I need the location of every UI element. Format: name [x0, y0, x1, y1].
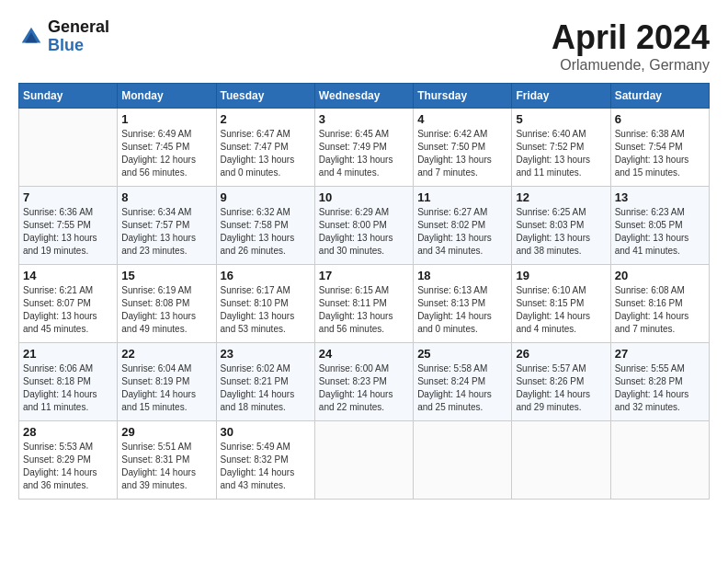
weekday-header-sunday: Sunday [19, 84, 118, 109]
day-info: Sunrise: 6:13 AMSunset: 8:13 PMDaylight:… [417, 284, 507, 336]
weekday-header-thursday: Thursday [414, 84, 512, 109]
day-number: 3 [319, 112, 409, 126]
title-block: April 2024 Orlamuende, Germany [552, 18, 710, 74]
day-number: 24 [319, 347, 409, 361]
day-info: Sunrise: 6:04 AMSunset: 8:19 PMDaylight:… [121, 362, 211, 414]
day-info: Sunrise: 6:06 AMSunset: 8:18 PMDaylight:… [23, 362, 113, 414]
calendar-cell: 19Sunrise: 6:10 AMSunset: 8:15 PMDayligh… [512, 265, 610, 343]
day-info: Sunrise: 6:47 AMSunset: 7:47 PMDaylight:… [221, 128, 311, 179]
calendar-cell: 7Sunrise: 6:36 AMSunset: 7:55 PMDaylight… [19, 187, 118, 265]
calendar-cell [314, 421, 413, 500]
calendar-cell: 16Sunrise: 6:17 AMSunset: 8:10 PMDayligh… [216, 265, 314, 343]
logo: General Blue [18, 18, 109, 55]
day-number: 14 [23, 269, 113, 282]
calendar-cell: 4Sunrise: 6:42 AMSunset: 7:50 PMDaylight… [414, 109, 512, 187]
calendar-cell: 10Sunrise: 6:29 AMSunset: 8:00 PMDayligh… [314, 187, 413, 265]
day-info: Sunrise: 6:27 AMSunset: 8:02 PMDaylight:… [417, 206, 507, 258]
calendar-week-2: 7Sunrise: 6:36 AMSunset: 7:55 PMDaylight… [19, 187, 710, 265]
calendar-cell [19, 109, 118, 187]
calendar-week-3: 14Sunrise: 6:21 AMSunset: 8:07 PMDayligh… [19, 265, 710, 343]
calendar-cell [414, 421, 512, 500]
day-info: Sunrise: 6:36 AMSunset: 7:55 PMDaylight:… [23, 206, 113, 258]
calendar-cell: 15Sunrise: 6:19 AMSunset: 8:08 PMDayligh… [118, 265, 216, 343]
calendar-cell: 2Sunrise: 6:47 AMSunset: 7:47 PMDaylight… [216, 109, 314, 187]
day-number: 17 [319, 269, 409, 282]
day-info: Sunrise: 6:19 AMSunset: 8:08 PMDaylight:… [121, 284, 211, 336]
calendar-cell [512, 421, 610, 500]
logo-line2: Blue [48, 37, 109, 55]
day-number: 9 [221, 190, 311, 204]
day-number: 10 [319, 190, 409, 204]
day-info: Sunrise: 6:21 AMSunset: 8:07 PMDaylight:… [23, 284, 113, 336]
calendar-cell: 11Sunrise: 6:27 AMSunset: 8:02 PMDayligh… [414, 187, 512, 265]
day-number: 4 [417, 112, 507, 126]
calendar-cell: 30Sunrise: 5:49 AMSunset: 8:32 PMDayligh… [216, 421, 314, 500]
calendar-cell: 5Sunrise: 6:40 AMSunset: 7:52 PMDaylight… [512, 109, 610, 187]
day-number: 2 [221, 112, 311, 126]
day-number: 16 [221, 269, 311, 282]
day-number: 23 [221, 347, 311, 361]
calendar-cell: 27Sunrise: 5:55 AMSunset: 8:28 PMDayligh… [610, 343, 709, 421]
day-info: Sunrise: 6:25 AMSunset: 8:03 PMDaylight:… [516, 206, 606, 258]
day-info: Sunrise: 6:10 AMSunset: 8:15 PMDaylight:… [516, 284, 606, 336]
calendar-cell: 29Sunrise: 5:51 AMSunset: 8:31 PMDayligh… [118, 421, 216, 500]
day-number: 15 [121, 269, 211, 282]
day-info: Sunrise: 6:34 AMSunset: 7:57 PMDaylight:… [121, 206, 211, 258]
calendar-cell: 12Sunrise: 6:25 AMSunset: 8:03 PMDayligh… [512, 187, 610, 265]
calendar-cell: 3Sunrise: 6:45 AMSunset: 7:49 PMDaylight… [314, 109, 413, 187]
day-number: 28 [23, 425, 113, 439]
day-info: Sunrise: 6:08 AMSunset: 8:16 PMDaylight:… [615, 284, 705, 336]
logo-icon [18, 24, 44, 50]
day-number: 22 [121, 347, 211, 361]
weekday-header-saturday: Saturday [610, 84, 709, 109]
calendar-cell: 23Sunrise: 6:02 AMSunset: 8:21 PMDayligh… [216, 343, 314, 421]
weekday-header-row: SundayMondayTuesdayWednesdayThursdayFrid… [19, 84, 710, 109]
day-info: Sunrise: 6:40 AMSunset: 7:52 PMDaylight:… [516, 128, 606, 179]
day-info: Sunrise: 5:55 AMSunset: 8:28 PMDaylight:… [615, 362, 705, 414]
calendar-week-4: 21Sunrise: 6:06 AMSunset: 8:18 PMDayligh… [19, 343, 710, 421]
calendar-cell: 13Sunrise: 6:23 AMSunset: 8:05 PMDayligh… [610, 187, 709, 265]
day-number: 20 [615, 269, 705, 282]
day-info: Sunrise: 6:32 AMSunset: 7:58 PMDaylight:… [221, 206, 311, 258]
calendar-cell: 6Sunrise: 6:38 AMSunset: 7:54 PMDaylight… [610, 109, 709, 187]
day-number: 12 [516, 190, 606, 204]
day-info: Sunrise: 5:53 AMSunset: 8:29 PMDaylight:… [23, 441, 113, 492]
day-number: 1 [121, 112, 211, 126]
calendar-cell: 22Sunrise: 6:04 AMSunset: 8:19 PMDayligh… [118, 343, 216, 421]
day-info: Sunrise: 6:45 AMSunset: 7:49 PMDaylight:… [319, 128, 409, 179]
calendar-cell: 20Sunrise: 6:08 AMSunset: 8:16 PMDayligh… [610, 265, 709, 343]
calendar-cell: 1Sunrise: 6:49 AMSunset: 7:45 PMDaylight… [118, 109, 216, 187]
day-number: 13 [615, 190, 705, 204]
day-info: Sunrise: 6:29 AMSunset: 8:00 PMDaylight:… [319, 206, 409, 258]
logo-line1: General [48, 18, 109, 37]
calendar-cell: 26Sunrise: 5:57 AMSunset: 8:26 PMDayligh… [512, 343, 610, 421]
weekday-header-wednesday: Wednesday [314, 84, 413, 109]
calendar-cell [610, 421, 709, 500]
weekday-header-monday: Monday [118, 84, 216, 109]
day-info: Sunrise: 6:15 AMSunset: 8:11 PMDaylight:… [319, 284, 409, 336]
day-number: 5 [516, 112, 606, 126]
logo-text: General Blue [48, 18, 109, 55]
day-number: 30 [221, 425, 311, 439]
month-year-title: April 2024 [552, 18, 710, 57]
day-info: Sunrise: 5:49 AMSunset: 8:32 PMDaylight:… [221, 441, 311, 492]
day-number: 18 [417, 269, 507, 282]
calendar-cell: 24Sunrise: 6:00 AMSunset: 8:23 PMDayligh… [314, 343, 413, 421]
day-info: Sunrise: 5:57 AMSunset: 8:26 PMDaylight:… [516, 362, 606, 414]
day-info: Sunrise: 5:58 AMSunset: 8:24 PMDaylight:… [417, 362, 507, 414]
day-info: Sunrise: 6:42 AMSunset: 7:50 PMDaylight:… [417, 128, 507, 179]
weekday-header-friday: Friday [512, 84, 610, 109]
day-number: 27 [615, 347, 705, 361]
day-number: 26 [516, 347, 606, 361]
day-info: Sunrise: 6:02 AMSunset: 8:21 PMDaylight:… [221, 362, 311, 414]
day-number: 19 [516, 269, 606, 282]
calendar-cell: 28Sunrise: 5:53 AMSunset: 8:29 PMDayligh… [19, 421, 118, 500]
day-number: 25 [417, 347, 507, 361]
calendar-cell: 9Sunrise: 6:32 AMSunset: 7:58 PMDaylight… [216, 187, 314, 265]
calendar-cell: 25Sunrise: 5:58 AMSunset: 8:24 PMDayligh… [414, 343, 512, 421]
day-number: 21 [23, 347, 113, 361]
weekday-header-tuesday: Tuesday [216, 84, 314, 109]
day-info: Sunrise: 6:23 AMSunset: 8:05 PMDaylight:… [615, 206, 705, 258]
location-title: Orlamuende, Germany [552, 57, 710, 74]
calendar-table: SundayMondayTuesdayWednesdayThursdayFrid… [18, 83, 710, 500]
